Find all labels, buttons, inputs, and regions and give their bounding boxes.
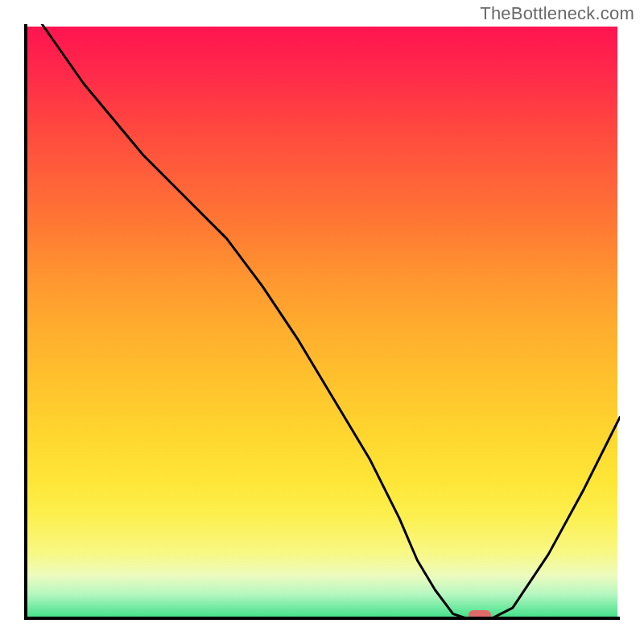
curve-svg [24,24,620,620]
watermark-label: TheBottleneck.com [480,3,634,24]
y-axis [24,24,27,620]
x-axis [24,617,620,620]
plot-area [24,24,620,620]
chart-container: TheBottleneck.com [0,0,644,644]
bottleneck-curve-path [42,24,620,620]
